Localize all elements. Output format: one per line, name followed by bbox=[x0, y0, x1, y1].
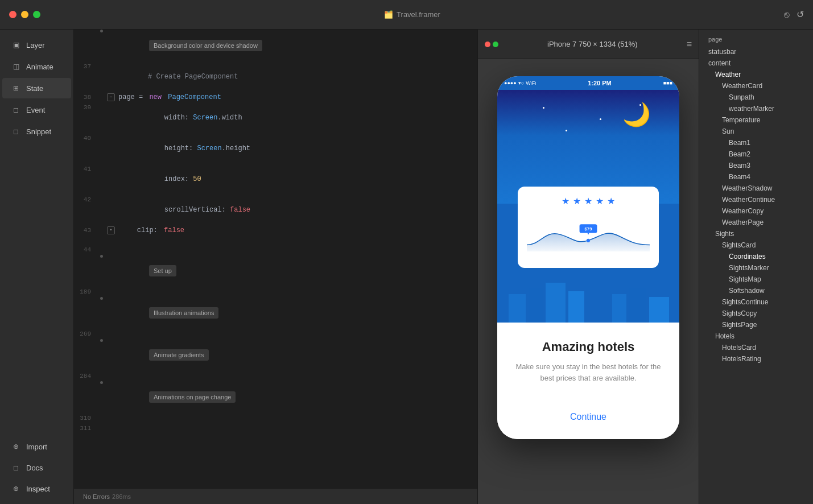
sidebar-item-docs[interactable]: ◻ Docs bbox=[2, 457, 71, 478]
tree-item-softshadow[interactable]: Softshadow bbox=[699, 285, 813, 296]
tree-item-statusbar[interactable]: statusbar bbox=[699, 46, 813, 57]
tree-item-sightspage[interactable]: SightsPage bbox=[699, 319, 813, 331]
sidebar-item-inspect[interactable]: ⊕ Inspect bbox=[2, 478, 71, 499]
star-5: ★ bbox=[607, 196, 615, 206]
code-line: 269 bbox=[74, 329, 477, 339]
expand-icon-2[interactable]: • bbox=[107, 226, 115, 234]
tree-item-weathershadow[interactable]: WeatherShadow bbox=[699, 183, 813, 194]
code-editor[interactable]: Background color and device shadow 37 # … bbox=[74, 30, 477, 488]
svg-marker-2 bbox=[587, 233, 589, 235]
preview-dot-red bbox=[485, 42, 490, 47]
window-title: 🗂️ Travel.framer bbox=[40, 10, 784, 19]
tree-item-weathercopy[interactable]: WeatherCopy bbox=[699, 205, 813, 217]
svg-text:$79: $79 bbox=[585, 226, 592, 232]
svg-rect-7 bbox=[568, 291, 584, 323]
tree-item-weathermarker[interactable]: weatherMarker bbox=[699, 103, 813, 114]
sidebar-item-snippet[interactable]: ◻ Snippet bbox=[2, 121, 71, 142]
chart-area: $79 bbox=[527, 213, 650, 259]
sidebar-item-import[interactable]: ⊕ Import bbox=[2, 436, 71, 457]
sidebar-item-animate[interactable]: ◫ Animate bbox=[2, 56, 71, 77]
star-decoration bbox=[543, 107, 544, 109]
title-icon: 🗂️ bbox=[384, 10, 393, 19]
badge-illustration[interactable]: Illustration animations bbox=[149, 307, 218, 319]
stars-row: ★ ★ ★ ★ ★ bbox=[527, 196, 650, 206]
status-bar: No Errors 286ms bbox=[74, 488, 477, 504]
preview-menu-icon[interactable]: ≡ bbox=[687, 39, 692, 49]
moon-icon: 🌙 bbox=[622, 101, 651, 128]
phone-battery: ■■■ bbox=[663, 80, 672, 86]
hotel-info-section: Amazing hotels Make sure you stay in the… bbox=[497, 323, 679, 439]
tree-item-beam1[interactable]: Beam1 bbox=[699, 137, 813, 148]
maximize-button[interactable] bbox=[33, 11, 40, 18]
preview-canvas: ●●●● ▾○ WiFi 1:20 PM ■■■ 🌙 bbox=[478, 59, 699, 504]
tree-item-sightscard[interactable]: SightsCard bbox=[699, 239, 813, 251]
tree-item-sights[interactable]: Sights bbox=[699, 228, 813, 239]
tree-item-sightsmarker[interactable]: SightsMarker bbox=[699, 262, 813, 274]
star-4: ★ bbox=[596, 196, 604, 206]
traffic-lights bbox=[9, 11, 40, 18]
badge-page-change[interactable]: Animations on page change bbox=[149, 391, 236, 403]
sidebar-label-snippet: Snippet bbox=[26, 127, 51, 136]
code-line: 284 bbox=[74, 371, 477, 381]
code-line: 41 index: 50 bbox=[74, 164, 477, 195]
tree-item-coordinates[interactable]: Coordinates bbox=[699, 251, 813, 262]
import-icon: ⊕ bbox=[11, 442, 20, 451]
code-line: 40 height: Screen.height bbox=[74, 133, 477, 164]
tree-item-weathercontinue[interactable]: WeatherContinue bbox=[699, 194, 813, 205]
inspect-icon: ⊕ bbox=[11, 484, 20, 493]
sidebar-bottom: ⊕ Import ◻ Docs ⊕ Inspect bbox=[0, 436, 73, 504]
tree-item-sunpath[interactable]: Sunpath bbox=[699, 92, 813, 103]
tree-item-weather[interactable]: Weather bbox=[699, 69, 813, 80]
badge-background[interactable]: Background color and device shadow bbox=[149, 40, 262, 51]
device-label: iPhone 7 750 × 1334 (51%) bbox=[503, 40, 682, 48]
code-line: 310 bbox=[74, 413, 477, 423]
badge-setup[interactable]: Set up bbox=[149, 265, 176, 276]
hotel-title: Amazing hotels bbox=[509, 340, 668, 354]
tree-item-sightsmap[interactable]: SightsMap bbox=[699, 274, 813, 285]
main-layout: ▣ Layer ◫ Animate ⊞ State ◻ Event ◻ Snip… bbox=[0, 30, 813, 504]
refresh-icon[interactable]: ↺ bbox=[797, 9, 804, 20]
login-icon[interactable]: ⎋ bbox=[784, 10, 790, 20]
sidebar-label-animate: Animate bbox=[26, 63, 53, 71]
code-line: 44 bbox=[74, 245, 477, 255]
animate-icon: ◫ bbox=[11, 62, 20, 71]
code-line-gradients: Animate gradients bbox=[74, 339, 477, 371]
badge-gradients[interactable]: Animate gradients bbox=[149, 349, 209, 361]
code-line: 37 # Create PageComponent bbox=[74, 61, 477, 92]
star-decoration bbox=[566, 130, 567, 131]
tree-item-sun[interactable]: Sun bbox=[699, 126, 813, 137]
svg-rect-5 bbox=[529, 288, 543, 323]
tree-item-sightscopy[interactable]: SightsCopy bbox=[699, 308, 813, 319]
minimize-button[interactable] bbox=[21, 11, 28, 18]
tree-root: page bbox=[699, 34, 813, 46]
hotel-card: ★ ★ ★ ★ ★ bbox=[518, 187, 659, 268]
sidebar-item-event[interactable]: ◻ Event bbox=[2, 100, 71, 120]
event-icon: ◻ bbox=[11, 105, 20, 114]
continue-button[interactable]: Continue bbox=[509, 406, 668, 428]
tree-item-weathercard[interactable]: WeatherCard bbox=[699, 80, 813, 92]
tree-item-hotelscard[interactable]: HotelsCard bbox=[699, 342, 813, 353]
svg-rect-8 bbox=[587, 286, 610, 323]
phone-time: 1:20 PM bbox=[588, 80, 612, 86]
expand-icon[interactable]: − bbox=[107, 93, 115, 101]
star-1: ★ bbox=[562, 196, 569, 206]
sidebar-label-import: Import bbox=[26, 443, 47, 451]
snippet-icon: ◻ bbox=[11, 127, 20, 136]
state-icon: ⊞ bbox=[11, 84, 20, 93]
tree-item-weatherpage[interactable]: WeatherPage bbox=[699, 217, 813, 228]
svg-rect-4 bbox=[509, 294, 526, 323]
tree-item-hotelsrating[interactable]: HotelsRating bbox=[699, 353, 813, 365]
tree-item-hotels[interactable]: Hotels bbox=[699, 331, 813, 342]
tree-item-temperature[interactable]: Temperature bbox=[699, 114, 813, 126]
sidebar-item-layer[interactable]: ▣ Layer bbox=[2, 35, 71, 55]
tree-item-beam2[interactable]: Beam2 bbox=[699, 148, 813, 160]
code-line: 39 width: Screen.width bbox=[74, 102, 477, 133]
sidebar-item-state[interactable]: ⊞ State bbox=[2, 78, 71, 98]
close-button[interactable] bbox=[9, 11, 16, 18]
hotel-description: Make sure you stay in the best hotels fo… bbox=[509, 361, 668, 383]
tree-item-content[interactable]: content bbox=[699, 57, 813, 69]
tree-item-beam3[interactable]: Beam3 bbox=[699, 160, 813, 171]
tree-item-sightscontinue[interactable]: SightsContinue bbox=[699, 296, 813, 308]
buildings-section bbox=[497, 277, 679, 323]
tree-item-beam4[interactable]: Beam4 bbox=[699, 171, 813, 183]
